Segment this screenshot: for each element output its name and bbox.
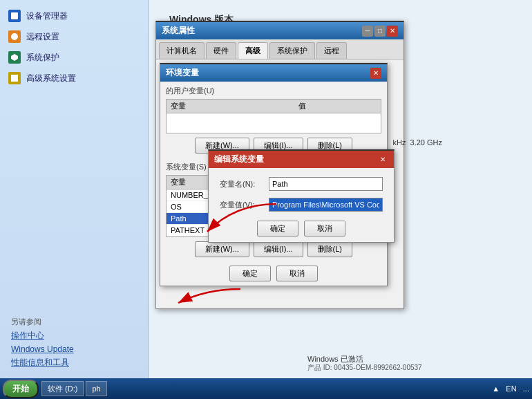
sys-vars-buttons: 新建(W)... 编辑(I)... 删除(L) [166, 241, 381, 257]
sidebar-item-device-manager[interactable]: 设备管理器 [0, 6, 148, 26]
taskbar-right: ▲ EN ... [492, 384, 529, 393]
user-vars-section: 的用户变量(U) 变量 值 新建(W [160, 82, 387, 158]
tab-remote[interactable]: 远程 [316, 42, 347, 59]
remote-settings-icon [8, 30, 21, 43]
taskbar: 开始 软件 (D:) ph ▲ EN ... [0, 378, 532, 399]
system-protection-icon [8, 51, 21, 64]
edit-cancel-btn[interactable]: 取消 [304, 221, 345, 236]
nav-menu: 设备管理器 远程设置 系统保护 高级系统设置 [0, 0, 148, 297]
env-vars-title: 环境变量 [166, 67, 199, 79]
sys-props-minimize[interactable]: ─ [362, 26, 373, 37]
hz-info: kHz 3.20 GHz [392, 138, 442, 147]
perf-tools-link[interactable]: 性能信息和工具 [11, 357, 137, 369]
sys-new-btn[interactable]: 新建(W)... [195, 241, 249, 257]
var-value-label: 变量值(V): [220, 200, 265, 210]
see-also-label: 另请参阅 [11, 317, 137, 327]
sys-props-titlebar: 系统属性 ─ □ ✕ [156, 22, 403, 39]
sys-props-tabs: 计算机名 硬件 高级 系统保护 远程 [156, 39, 403, 59]
sys-edit-btn[interactable]: 编辑(I)... [254, 241, 303, 257]
edit-dialog-buttons: 确定 取消 [214, 221, 388, 236]
advanced-settings-icon [8, 72, 21, 84]
start-button[interactable]: 开始 [3, 380, 39, 398]
edit-var-titlebar: 编辑系统变量 ✕ [209, 151, 394, 168]
var-name-row: 变量名(N): [214, 174, 388, 194]
var-col-header: 变量 [167, 100, 294, 113]
tab-hardware[interactable]: 硬件 [206, 42, 236, 59]
edit-ok-btn[interactable]: 确定 [257, 221, 298, 236]
product-id: 产品 ID: 00435-OEM-8992662-00537 [307, 363, 422, 373]
env-vars-titlebar: 环境变量 ✕ [160, 64, 387, 82]
user-vars-label: 的用户变量(U) [166, 86, 381, 96]
sys-props-maximize[interactable]: □ [374, 26, 386, 37]
edit-var-content: 变量名(N): 变量值(V): 确定 取消 [209, 168, 394, 242]
env-ok-btn[interactable]: 确定 [229, 266, 271, 281]
tab-system-protection[interactable]: 系统保护 [269, 42, 315, 59]
var-value-row: 变量值(V): [214, 194, 388, 215]
var-name-input[interactable] [269, 177, 383, 191]
clock: ▲ EN ... [492, 384, 529, 393]
env-dialog-footer: 确定 取消 [160, 261, 387, 286]
sidebar-item-system-protection[interactable]: 系统保护 [0, 47, 148, 68]
device-manager-label: 设备管理器 [26, 10, 68, 22]
tab-computer-name[interactable]: 计算机名 [159, 42, 205, 59]
main-content: Windows 版本 Windows 7 旗舰版 系统属性 ─ □ ✕ 计算机名… [149, 0, 532, 399]
action-center-link[interactable]: 操作中心 [11, 330, 137, 342]
sys-props-close[interactable]: ✕ [387, 26, 398, 37]
val-col-header: 值 [294, 100, 381, 113]
remote-settings-label: 远程设置 [26, 31, 59, 43]
edit-var-dialog: 编辑系统变量 ✕ 变量名(N): 变量值(V): 确定 取消 [208, 149, 395, 243]
sys-props-title: 系统属性 [162, 25, 195, 37]
env-vars-close[interactable]: ✕ [370, 68, 381, 79]
taskbar-item-1[interactable]: ph [86, 381, 106, 396]
svg-rect-2 [11, 75, 18, 82]
svg-point-1 [11, 33, 18, 40]
var-value-input[interactable] [269, 198, 383, 212]
edit-var-close[interactable]: ✕ [377, 154, 388, 165]
env-cancel-btn[interactable]: 取消 [276, 266, 318, 281]
left-panel: 设备管理器 远程设置 系统保护 高级系统设置 另请参阅 操作中心 Windows… [0, 0, 149, 399]
user-vars-table: 变量 值 [166, 99, 381, 133]
windows-update-link[interactable]: Windows Update [11, 344, 137, 354]
svg-rect-0 [11, 12, 18, 19]
var-name-label: 变量名(N): [220, 179, 265, 189]
sidebar-item-remote-settings[interactable]: 远程设置 [0, 26, 148, 47]
left-panel-bottom: 另请参阅 操作中心 Windows Update 性能信息和工具 [0, 310, 149, 378]
device-manager-icon [8, 10, 21, 22]
system-protection-label: 系统保护 [26, 52, 59, 64]
sidebar-item-advanced-settings[interactable]: 高级系统设置 [0, 68, 148, 89]
sys-props-dialog: 系统属性 ─ □ ✕ 计算机名 硬件 高级 系统保护 远程 环境变量 ✕ [155, 21, 404, 309]
tab-advanced[interactable]: 高级 [238, 42, 268, 59]
advanced-settings-label: 高级系统设置 [26, 73, 76, 84]
sys-delete-btn[interactable]: 删除(L) [307, 241, 352, 257]
taskbar-item-0[interactable]: 软件 (D:) [41, 381, 84, 396]
edit-var-title: 编辑系统变量 [214, 154, 264, 165]
